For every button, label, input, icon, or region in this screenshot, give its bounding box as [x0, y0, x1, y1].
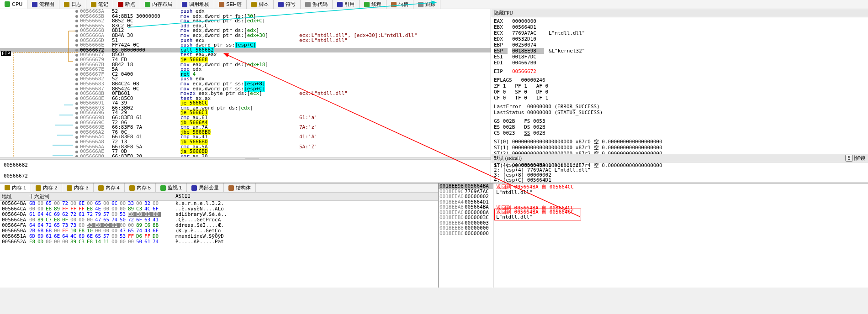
stack-view[interactable]: 0018EE98005664BA0018EE9C7769A7AC0018EEA0… [439, 183, 493, 288]
dump-panel: 内存 1内存 2内存 3内存 4内存 5监视 1局部变量结构体 地址 十六进制 … [0, 183, 439, 288]
splitter[interactable] [0, 157, 491, 160]
tab-3[interactable]: 笔记 [86, 0, 113, 9]
stackcall-count[interactable]: 5 [845, 155, 853, 162]
disasm-row[interactable]: 0056669E66:83F8 7Acmp ax,7A7A:'z' [0, 125, 491, 130]
dump-tab-4[interactable]: 内存 5 [125, 183, 156, 192]
disasm-row[interactable]: 0056667E5Apop edx [0, 67, 491, 72]
disasm-row[interactable]: 005666628B52 0Cmov edx,dword ptr ds:[edx… [0, 19, 491, 24]
tab-0[interactable]: CPU [0, 0, 27, 9]
dump-tab-2[interactable]: 内存 3 [62, 183, 93, 192]
disasm-row[interactable]: 0056669674 29je 5666C1 [0, 110, 491, 115]
disasm-row[interactable]: 0056666EFF7424 0Cpush dword ptr ss:[esp+… [0, 43, 491, 48]
disasm-row[interactable]: 0056666A8B4A 30mov ecx,dword ptr ds:[edx… [0, 33, 491, 38]
tab-12[interactable]: 线程 [360, 0, 386, 9]
registers-header[interactable]: 隐藏FPU [491, 9, 868, 17]
registers-panel: 隐藏FPU EAX00000000EBX005664D1ECX7769A7ACL… [491, 9, 868, 183]
disasm-row[interactable]: 0056669366:3B02cmp ax,word ptr ds:[edx] [0, 106, 491, 111]
tab-4[interactable]: 断点 [113, 0, 140, 9]
dump-tab-3[interactable]: 内存 4 [94, 183, 125, 192]
tab-7[interactable]: SEH链 [214, 0, 247, 9]
disasm-row[interactable]: 005666A872 13jb 5666BD [0, 140, 491, 145]
disasm-row[interactable]: 00566672E8 0B000000call 566682 [0, 48, 491, 53]
tab-14[interactable]: 跟踪 [413, 0, 440, 9]
dump-tab-6[interactable]: 局部变量 [187, 183, 224, 192]
stack-row[interactable]: 0018EEB800000000 [439, 225, 493, 231]
tab-13[interactable]: 句柄 [386, 0, 413, 9]
disasm-row[interactable]: 0056667785C0test eax,eax [0, 52, 491, 58]
disasm-row[interactable]: 0056668B0FB601movzx eax,byte ptr ds:[ecx… [0, 91, 491, 96]
dump-view[interactable]: 005664BA6B00650072006E0065006C0033003200… [0, 201, 438, 288]
dump-row[interactable]: 0056652AE80D00000089C3E81411000000506174… [2, 239, 436, 245]
disasm-row[interactable]: 0056668E66:85C0test ax,ax [0, 96, 491, 101]
stack-comment-view[interactable]: 返回到 005664BA 自 005664CC L"ntdll.dll" 返回到… [493, 183, 868, 288]
comment-line [496, 195, 865, 200]
tab-11[interactable]: 引用 [333, 0, 360, 9]
disasm-row[interactable]: 0056669C72 06jb 5666A4 [0, 120, 491, 126]
comment-line: L"ntdll.dll" [496, 190, 865, 195]
dump-tab-bar: 内存 1内存 2内存 3内存 4内存 5监视 1局部变量结构体 [0, 183, 438, 193]
lock-icon[interactable] [854, 155, 855, 161]
disasm-row[interactable]: 005666AE77 0Dja 5666BD [0, 149, 491, 154]
dump-tab-0[interactable]: 内存 1 [0, 183, 31, 192]
dump-tab-1[interactable]: 内存 2 [31, 183, 62, 192]
disasm-row[interactable]: 0056667B8B42 18mov eax,dword ptr ds:[edx… [0, 63, 491, 68]
tab-8[interactable]: 脚本 [247, 0, 274, 9]
highlight-box: 返回到 005664BA 自 005664CC L"ntdll.dll" [494, 209, 581, 220]
stack-row[interactable]: 0018EEBC00000000 [439, 231, 493, 236]
disasm-row[interactable]: 0056667FC2 0400ret 4 [0, 72, 491, 77]
stack-row[interactable]: 0018EEB00000003C [439, 215, 493, 220]
tab-9[interactable]: 符号 [274, 0, 301, 9]
tab-6[interactable]: 调用堆栈 [177, 0, 214, 9]
info-bar: 00566682 00566672 [0, 160, 491, 183]
stackcall-header: 默认 (stdcall) [494, 155, 522, 162]
tab-10[interactable]: 源代码 [301, 0, 333, 9]
eip-indicator: EIP [1, 51, 11, 56]
tab-2[interactable]: 日志 [59, 0, 86, 9]
dump-tab-5[interactable]: 监视 1 [156, 183, 187, 192]
dump-tab-7[interactable]: 结构体 [224, 183, 256, 192]
disassembly-view[interactable]: 0056665A52push edx0056665B64:8B15 300000… [0, 9, 491, 157]
disasm-row[interactable]: 0056669866:83F8 61cmp ax,6161:'a' [0, 115, 491, 120]
stack-row[interactable]: 0018EE98005664BA [439, 183, 493, 189]
dump-header: 地址 十六进制 ASCII [0, 193, 438, 201]
main-tab-bar: CPU流程图日志笔记断点内存布局调用堆栈SEH链脚本符号源代码引用线程句柄跟踪 [0, 0, 868, 9]
comment-line: 返回到 005664BA 自 005664CC [496, 184, 865, 190]
stack-row[interactable]: 0018EEA000000002 [439, 194, 493, 199]
tab-5[interactable]: 内存布局 [140, 0, 177, 9]
stack-row[interactable]: 0018EEA8005664BA [439, 204, 493, 210]
stackcall-view[interactable]: 1: [esp] 005664BA L"kernel32"2: [esp+4] … [491, 162, 868, 183]
disasm-row[interactable]: 005666AA66:83F8 5Acmp ax,5A5A:'Z' [0, 145, 491, 150]
tab-1[interactable]: 流程图 [27, 0, 59, 9]
disassembly-panel: EIP 0056665A52push edx0056665B64:8B15 30… [0, 9, 491, 183]
disasm-row[interactable]: 005666A276 0Cjbe 5666B0 [0, 130, 491, 135]
disasm-row[interactable]: 005666A466:83F8 41cmp ax,4141:'A' [0, 135, 491, 140]
